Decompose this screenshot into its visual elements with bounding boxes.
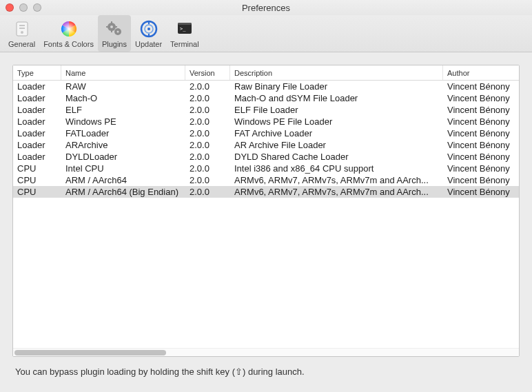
tab-terminal[interactable]: >_ Terminal bbox=[166, 15, 203, 52]
svg-rect-2 bbox=[19, 28, 25, 29]
tab-plugins[interactable]: Plugins bbox=[98, 15, 131, 52]
cell-type: CPU bbox=[13, 187, 61, 197]
cell-version: 2.0.0 bbox=[185, 175, 230, 185]
cell-author: Vincent Bénony bbox=[443, 128, 519, 138]
svg-point-4 bbox=[61, 21, 76, 37]
tab-updater[interactable]: Updater bbox=[131, 15, 166, 52]
svg-point-12 bbox=[116, 31, 119, 33]
table-row[interactable]: CPUIntel CPU2.0.0Intel i386 and x86_64 C… bbox=[13, 163, 519, 174]
cell-name: ARM / AArch64 (Big Endian) bbox=[61, 187, 185, 197]
cell-name: FATLoader bbox=[61, 128, 185, 138]
cell-type: Loader bbox=[13, 81, 61, 92]
cell-version: 2.0.0 bbox=[185, 187, 230, 197]
table-row[interactable]: LoaderARArchive2.0.0AR Archive File Load… bbox=[13, 139, 519, 151]
cell-version: 2.0.0 bbox=[185, 163, 230, 174]
table-row[interactable]: CPUARM / AArch642.0.0ARMv6, ARMv7, ARMv7… bbox=[13, 174, 519, 186]
cell-description: AR Archive File Loader bbox=[230, 140, 443, 150]
cell-type: Loader bbox=[13, 140, 61, 150]
cell-name: DYLDLoader bbox=[61, 152, 185, 162]
svg-point-15 bbox=[147, 28, 150, 30]
header-version[interactable]: Version bbox=[185, 65, 230, 80]
table-header: Type Name Version Description Author bbox=[13, 65, 519, 81]
table-row[interactable]: LoaderFATLoader2.0.0FAT Archive LoaderVi… bbox=[13, 127, 519, 139]
titlebar: Preferences bbox=[0, 0, 532, 15]
tab-plugins-label: Plugins bbox=[102, 40, 127, 48]
cell-type: Loader bbox=[13, 116, 61, 127]
header-description[interactable]: Description bbox=[230, 65, 443, 80]
tab-general-label: General bbox=[8, 40, 35, 48]
table-row[interactable]: LoaderWindows PE2.0.0Windows PE File Loa… bbox=[13, 116, 519, 127]
hint-suffix: ) during launch. bbox=[243, 367, 305, 377]
tab-updater-label: Updater bbox=[135, 40, 162, 48]
cell-author: Vincent Bénony bbox=[443, 175, 519, 185]
horizontal-scrollbar[interactable] bbox=[13, 348, 519, 356]
preferences-toolbar: General bbox=[0, 15, 532, 52]
svg-text:>_: >_ bbox=[180, 26, 186, 32]
cell-name: RAW bbox=[61, 81, 185, 92]
cell-author: Vincent Bénony bbox=[443, 105, 519, 115]
cell-type: CPU bbox=[13, 175, 61, 185]
svg-rect-9 bbox=[106, 26, 108, 28]
svg-rect-8 bbox=[111, 30, 112, 32]
header-name[interactable]: Name bbox=[61, 65, 185, 80]
cell-description: FAT Archive Loader bbox=[230, 128, 443, 138]
cell-version: 2.0.0 bbox=[185, 105, 230, 115]
header-author[interactable]: Author bbox=[443, 65, 519, 80]
cell-author: Vincent Bénony bbox=[443, 187, 519, 197]
cell-version: 2.0.0 bbox=[185, 81, 230, 92]
cell-description: Intel i386 and x86_64 CPU support bbox=[230, 163, 443, 174]
cell-version: 2.0.0 bbox=[185, 152, 230, 162]
terminal-icon: >_ bbox=[174, 19, 195, 39]
svg-rect-17 bbox=[178, 23, 192, 25]
hint-prefix: You can bypass plugin loading by holding… bbox=[15, 367, 235, 377]
table-row[interactable]: CPUARM / AArch64 (Big Endian)2.0.0ARMv6,… bbox=[13, 186, 519, 198]
cell-name: Intel CPU bbox=[61, 163, 185, 174]
hint-text: You can bypass plugin loading by holding… bbox=[12, 357, 520, 377]
svg-rect-7 bbox=[111, 21, 112, 23]
shift-key-symbol: ⇧ bbox=[235, 367, 243, 377]
general-icon bbox=[12, 19, 32, 39]
svg-rect-1 bbox=[19, 25, 25, 26]
plugins-table: Type Name Version Description Author Loa… bbox=[12, 65, 520, 357]
cell-description: ELF File Loader bbox=[230, 105, 443, 115]
cell-author: Vincent Bénony bbox=[443, 93, 519, 103]
cell-author: Vincent Bénony bbox=[443, 140, 519, 150]
close-button[interactable] bbox=[6, 3, 14, 12]
color-wheel-icon bbox=[59, 19, 79, 39]
cell-type: Loader bbox=[13, 128, 61, 138]
cell-description: DYLD Shared Cache Loader bbox=[230, 152, 443, 162]
gears-icon bbox=[104, 19, 125, 39]
cell-name: Mach-O bbox=[61, 93, 185, 103]
scrollbar-thumb[interactable] bbox=[14, 350, 166, 355]
cell-description: Mach-O and dSYM File Loader bbox=[230, 93, 443, 103]
cell-version: 2.0.0 bbox=[185, 128, 230, 138]
cell-name: ELF bbox=[61, 105, 185, 115]
cell-name: ARM / AArch64 bbox=[61, 175, 185, 185]
cell-name: Windows PE bbox=[61, 116, 185, 127]
cell-type: CPU bbox=[13, 163, 61, 174]
cell-author: Vincent Bénony bbox=[443, 152, 519, 162]
header-type[interactable]: Type bbox=[13, 65, 61, 80]
table-row[interactable]: LoaderMach-O2.0.0Mach-O and dSYM File Lo… bbox=[13, 92, 519, 104]
table-row[interactable]: LoaderRAW2.0.0Raw Binary File LoaderVinc… bbox=[13, 81, 519, 92]
content-area: Type Name Version Description Author Loa… bbox=[0, 52, 532, 384]
table-row[interactable]: LoaderDYLDLoader2.0.0DYLD Shared Cache L… bbox=[13, 151, 519, 163]
cell-description: Raw Binary File Loader bbox=[230, 81, 443, 92]
cell-version: 2.0.0 bbox=[185, 140, 230, 150]
tab-general[interactable]: General bbox=[4, 15, 39, 52]
updater-icon bbox=[139, 19, 159, 39]
cell-type: Loader bbox=[13, 93, 61, 103]
svg-rect-10 bbox=[115, 26, 117, 28]
cell-type: Loader bbox=[13, 152, 61, 162]
tab-fonts-colors[interactable]: Fonts & Colors bbox=[39, 15, 98, 52]
tab-terminal-label: Terminal bbox=[170, 40, 199, 48]
cell-author: Vincent Bénony bbox=[443, 163, 519, 174]
svg-point-6 bbox=[110, 25, 113, 28]
window-controls bbox=[6, 3, 41, 12]
cell-version: 2.0.0 bbox=[185, 116, 230, 127]
minimize-button[interactable] bbox=[19, 3, 28, 12]
maximize-button[interactable] bbox=[33, 3, 41, 12]
svg-rect-3 bbox=[21, 31, 23, 34]
cell-description: ARMv6, ARMv7, ARMv7s, ARMv7m and AArch..… bbox=[230, 187, 443, 197]
table-row[interactable]: LoaderELF2.0.0ELF File LoaderVincent Bén… bbox=[13, 104, 519, 116]
